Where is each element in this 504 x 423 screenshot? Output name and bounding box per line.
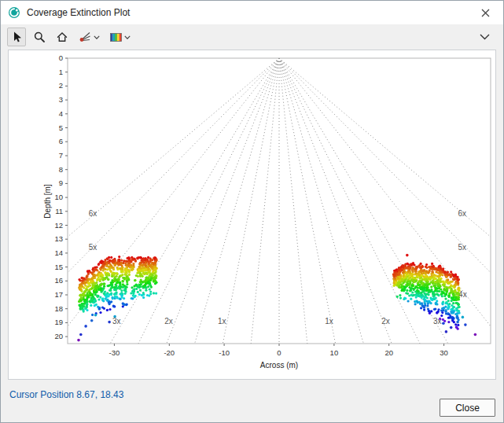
- svg-text:6x: 6x: [89, 209, 97, 218]
- svg-text:-30: -30: [109, 348, 120, 357]
- svg-text:5: 5: [59, 123, 63, 132]
- plot-frame: 01234567891011121314151617181920-30-20-1…: [8, 50, 496, 380]
- beam-display-dropdown-button[interactable]: [75, 28, 103, 46]
- svg-text:1: 1: [59, 68, 63, 76]
- svg-text:16: 16: [54, 276, 63, 285]
- svg-text:3x: 3x: [112, 317, 121, 326]
- zoom-tool-button[interactable]: [30, 28, 49, 46]
- svg-text:7: 7: [59, 151, 63, 160]
- svg-text:19: 19: [54, 318, 63, 326]
- svg-text:17: 17: [54, 290, 63, 299]
- svg-text:15: 15: [54, 263, 63, 271]
- toolbar: [1, 24, 503, 50]
- svg-text:30: 30: [440, 348, 448, 357]
- pointer-icon: [10, 31, 23, 43]
- svg-text:8: 8: [59, 165, 63, 174]
- svg-text:Across (m): Across (m): [260, 361, 298, 370]
- svg-text:20: 20: [54, 332, 63, 340]
- svg-text:5x: 5x: [89, 243, 97, 252]
- svg-text:9: 9: [59, 178, 63, 187]
- svg-text:1x: 1x: [325, 317, 333, 326]
- magnifier-icon: [33, 31, 46, 43]
- close-icon: [481, 9, 490, 17]
- svg-text:6x: 6x: [458, 209, 466, 218]
- svg-text:Depth [m]: Depth [m]: [43, 184, 52, 219]
- svg-text:-20: -20: [164, 348, 175, 357]
- chevron-down-icon: [124, 35, 131, 39]
- home-icon: [56, 31, 68, 43]
- svg-text:5x: 5x: [458, 243, 466, 252]
- svg-text:20: 20: [384, 348, 393, 357]
- window-title: Coverage Extinction Plot: [27, 7, 130, 18]
- chevron-down-icon: [94, 35, 100, 39]
- colormap-dropdown-button[interactable]: [107, 28, 134, 46]
- window-close-button[interactable]: [468, 1, 503, 24]
- svg-text:10: 10: [54, 193, 63, 201]
- cursor-position-label: Cursor Position 8.67, 18.43: [9, 389, 123, 400]
- home-tool-button[interactable]: [53, 28, 72, 46]
- svg-text:14: 14: [54, 248, 63, 257]
- titlebar: Coverage Extinction Plot: [1, 1, 503, 24]
- svg-text:2x: 2x: [381, 317, 390, 326]
- svg-text:0: 0: [277, 348, 281, 357]
- app-logo-icon: [8, 6, 20, 19]
- svg-text:10: 10: [330, 348, 339, 357]
- svg-text:12: 12: [54, 221, 63, 230]
- svg-text:2: 2: [59, 81, 63, 90]
- close-button[interactable]: Close: [440, 399, 495, 417]
- svg-text:11: 11: [55, 207, 63, 215]
- toolbar-overflow-button[interactable]: [475, 28, 494, 46]
- coverage-extinction-plot-window: Coverage Extinction Plot: [0, 0, 504, 423]
- svg-text:6: 6: [59, 137, 63, 145]
- chevron-down-icon: [480, 34, 490, 40]
- svg-text:2x: 2x: [164, 317, 173, 326]
- svg-text:0: 0: [59, 53, 63, 62]
- pointer-tool-button[interactable]: [7, 28, 26, 46]
- svg-text:-10: -10: [219, 348, 230, 357]
- svg-text:3: 3: [59, 95, 63, 104]
- svg-text:18: 18: [54, 304, 63, 313]
- svg-text:4: 4: [59, 109, 63, 118]
- colormap-icon: [110, 33, 122, 42]
- beams-icon: [79, 31, 91, 43]
- coverage-extinction-chart[interactable]: 01234567891011121314151617181920-30-20-1…: [9, 50, 495, 379]
- svg-text:1x: 1x: [218, 317, 226, 326]
- svg-text:13: 13: [54, 234, 63, 243]
- statusbar: Cursor Position 8.67, 18.43: [9, 387, 123, 401]
